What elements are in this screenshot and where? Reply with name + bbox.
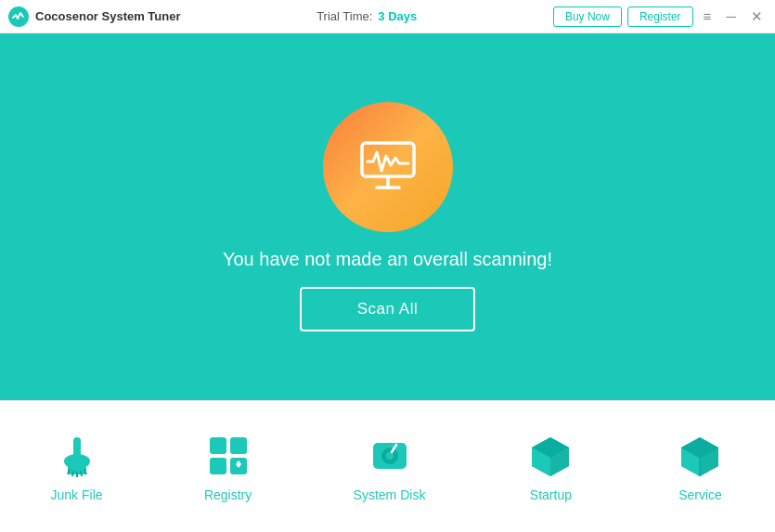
svg-line-10	[81, 471, 82, 476]
nav-item-system-disk[interactable]: System Disk	[335, 422, 445, 512]
junk-file-label: Junk File	[51, 487, 103, 502]
title-controls: Buy Now Register ≡ ─ ✕	[553, 6, 768, 27]
service-label: Service	[678, 487, 722, 502]
svg-rect-14	[210, 458, 226, 474]
trial-info: Trial Time: 3 Days	[316, 9, 417, 23]
title-left: Cocosenor System Tuner	[7, 6, 181, 28]
nav-item-registry[interactable]: Registry	[186, 422, 271, 512]
svg-rect-13	[230, 437, 247, 454]
nav-item-service[interactable]: Service	[657, 422, 743, 512]
nav-item-startup[interactable]: Startup	[508, 422, 593, 512]
svg-point-19	[386, 452, 394, 460]
bottom-nav: Junk File Registry System Disk	[0, 400, 775, 532]
trial-days: 3 Days	[378, 9, 417, 23]
monitor-scan-icon	[351, 130, 425, 204]
title-bar: Cocosenor System Tuner Trial Time: 3 Day…	[0, 0, 775, 33]
scan-icon-circle	[323, 102, 453, 232]
system-disk-icon	[366, 432, 414, 480]
buy-now-button[interactable]: Buy Now	[553, 6, 622, 27]
app-title: Cocosenor System Tuner	[35, 9, 181, 23]
main-area: You have not made an overall scanning! S…	[0, 33, 775, 400]
junk-file-icon	[53, 432, 101, 480]
trial-label: Trial Time:	[316, 9, 372, 23]
scan-all-button[interactable]: Scan All	[300, 287, 475, 331]
close-button[interactable]: ✕	[746, 6, 768, 27]
registry-icon	[204, 432, 252, 480]
scan-message: You have not made an overall scanning!	[223, 249, 552, 270]
svg-rect-12	[210, 437, 226, 454]
system-disk-label: System Disk	[354, 487, 426, 502]
startup-icon	[526, 432, 575, 480]
menu-button[interactable]: ≡	[699, 6, 717, 26]
startup-label: Startup	[530, 487, 572, 502]
service-icon	[676, 432, 724, 480]
svg-line-8	[72, 471, 73, 476]
register-button[interactable]: Register	[627, 6, 693, 27]
app-logo	[7, 6, 30, 28]
minimize-button[interactable]: ─	[721, 6, 741, 26]
nav-item-junk-file[interactable]: Junk File	[32, 422, 122, 512]
registry-label: Registry	[204, 487, 252, 502]
